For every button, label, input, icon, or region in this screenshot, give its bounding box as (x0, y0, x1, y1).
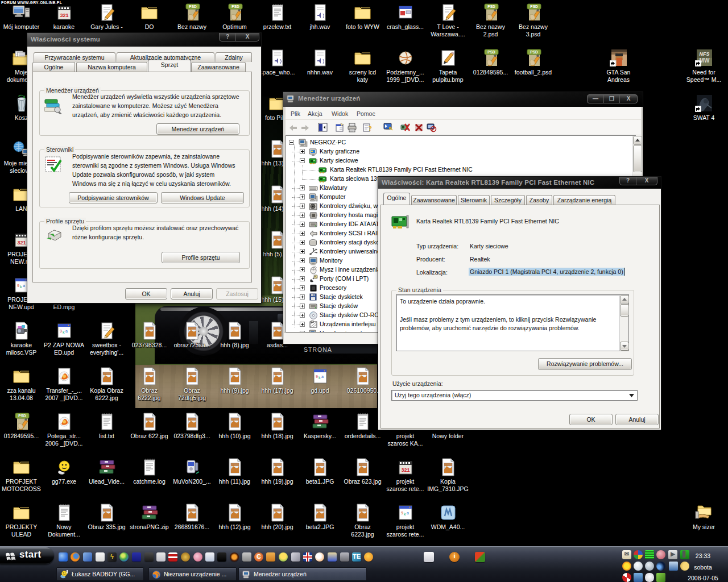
svg-text:?: ? (369, 124, 372, 132)
